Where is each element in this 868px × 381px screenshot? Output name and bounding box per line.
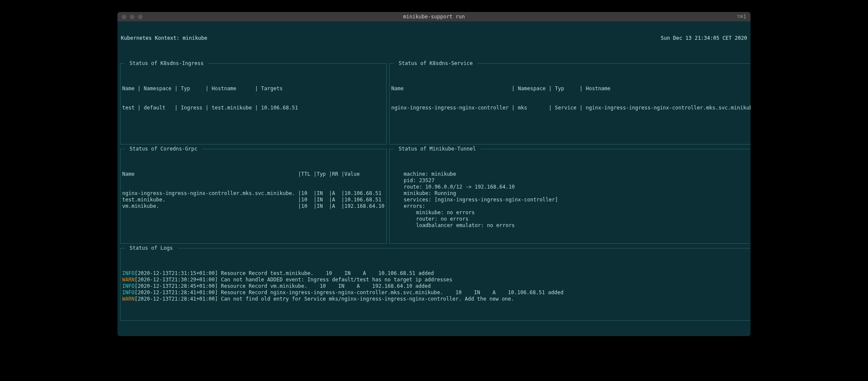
table-row: nginx-ingress-ingress-nginx-controller |… (391, 105, 751, 111)
status-line: services: [nginx-ingress-ingress-nginx-c… (391, 197, 751, 203)
table-row: nginx-ingress-ingress-nginx-controller.m… (122, 190, 384, 197)
log-text: [2020-12-13T21:31:15+01:00] Resource Rec… (135, 270, 434, 276)
panel-service: Status of K8sdns-Service Name | Namespac… (389, 63, 751, 145)
terminal-window: minikube-support run ⌥⌘1 Kubernetes Kont… (117, 12, 751, 336)
datetime-label: Sun Dec 13 21:34:05 CET 2020 (661, 35, 747, 41)
panel-title-tunnel: Status of Minikube-Tunnel (394, 146, 481, 152)
ingress-header-row: Name | Namespace | Typ | Hostname | Targ… (122, 86, 384, 92)
status-line: minikube: Running (391, 190, 751, 197)
panel-logs: Status of Logs INFO[2020-12-13T21:31:15+… (120, 248, 751, 321)
log-line: INFO[2020-12-13T21:28:41+01:00] Resource… (122, 289, 751, 296)
log-level: WARN (122, 296, 135, 302)
titlebar[interactable]: minikube-support run ⌥⌘1 (117, 12, 751, 21)
panel-ingress: Status of K8sdns-Ingress Name | Namespac… (120, 63, 387, 145)
log-text: [2020-12-13T21:28:45+01:00] Resource Rec… (135, 283, 431, 289)
context-header: Kubernetes Kontext: minikube Sun Dec 13 … (119, 35, 749, 41)
terminal-body[interactable]: Kubernetes Kontext: minikube Sun Dec 13 … (117, 21, 751, 336)
context-label: Kubernetes Kontext: minikube (121, 35, 207, 41)
log-line: INFO[2020-12-13T21:31:15+01:00] Resource… (122, 270, 751, 277)
window-shortcut: ⌥⌘1 (737, 14, 746, 20)
log-line: INFO[2020-12-13T21:28:45+01:00] Resource… (122, 283, 751, 289)
log-level: INFO (122, 283, 135, 289)
panel-title-service: Status of K8sdns-Service (394, 60, 478, 67)
log-text: [2020-12-13T21:30:29+01:00] Can not hand… (135, 277, 452, 283)
log-text: [2020-12-13T21:28:41+01:00] Resource Rec… (135, 289, 563, 295)
status-line: loadbalancer emulator: no errors (391, 222, 751, 229)
log-line: WARN[2020-12-13T21:28:41+01:00] Can not … (122, 296, 751, 302)
log-text: [2020-12-13T21:28:41+01:00] Can not find… (135, 296, 514, 302)
table-row: test | default | Ingress | test.minikube… (122, 105, 384, 111)
table-row: test.minikube. |10 |IN |A |10.106.68.51 (122, 197, 384, 203)
log-level: WARN (122, 277, 135, 283)
status-line: errors: (391, 203, 751, 210)
panel-title-logs: Status of Logs (125, 245, 178, 251)
status-line: machine: minikube (391, 171, 751, 177)
log-line: WARN[2020-12-13T21:30:29+01:00] Can not … (122, 277, 751, 283)
panel-coredns: Status of Coredns-Grpc Name |TTL |Typ |R… (120, 149, 387, 244)
log-level: INFO (122, 289, 135, 295)
status-line: route: 10.96.0.0/12 -> 192.168.64.10 (391, 184, 751, 190)
window-title: minikube-support run (117, 14, 751, 20)
status-line: minikube: no errors (391, 210, 751, 216)
panel-tunnel: Status of Minikube-Tunnel machine: minik… (389, 149, 751, 244)
panel-title-ingress: Status of K8sdns-Ingress (125, 60, 208, 67)
panel-title-coredns: Status of Coredns-Grpc (125, 146, 202, 152)
table-row: vm.minikube. |10 |IN |A |192.168.64.10 (122, 203, 384, 210)
status-line: router: no errors (391, 216, 751, 222)
service-header-row: Name | Namespace | Typ | Hostname | Targ… (391, 86, 751, 92)
coredns-header-row: Name |TTL |Typ |RR |Value (122, 171, 384, 177)
status-line: pid: 23527 (391, 177, 751, 184)
log-level: INFO (122, 270, 135, 276)
